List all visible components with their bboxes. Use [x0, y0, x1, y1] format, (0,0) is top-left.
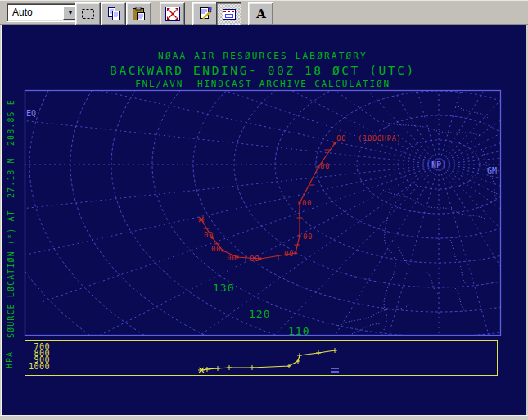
plot-title-line3: FNL/AVN HINDCAST ARCHIVE CALCULATIØN	[135, 79, 390, 89]
meridian-label: 110	[288, 325, 309, 337]
meridian-line	[2, 165, 439, 212]
meridian-line	[88, 25, 439, 165]
meridian-label: 130	[213, 282, 234, 294]
day-label: 00	[302, 199, 312, 207]
paste-icon	[130, 5, 148, 23]
profile-line	[201, 350, 335, 370]
selection-rectangle-icon	[79, 5, 97, 23]
letter-a-icon: A	[252, 5, 270, 23]
plot-title-line2: BACKWARD ENDING- 00Z 18 ØCT (UTC)	[110, 64, 416, 77]
meridian-line	[282, 25, 439, 165]
profile-plus-marker	[215, 366, 220, 371]
meridian-labels: 130120110	[213, 282, 309, 337]
profile-plus-marker	[316, 350, 321, 355]
panels-toggle-button[interactable]	[216, 2, 241, 25]
day-point-marker	[295, 252, 297, 255]
meridian-line	[439, 165, 526, 415]
meridian-line	[359, 165, 439, 415]
meridian-line	[439, 25, 526, 165]
meridian-line	[439, 165, 526, 341]
plot-title-line1: NØAA AIR RESØURCES LABØRATØRY	[158, 51, 368, 61]
fit-to-window-button[interactable]	[160, 2, 185, 25]
meridian-line	[439, 117, 526, 165]
profile-plus-marker	[250, 365, 255, 370]
select-region-button[interactable]	[75, 2, 101, 25]
paste-button[interactable]	[126, 2, 151, 25]
day-label: 00	[250, 255, 259, 263]
meridian-line	[439, 27, 526, 165]
greenwich-label: GM	[487, 166, 497, 175]
copy-icon	[105, 5, 123, 23]
expand-arrows-icon	[164, 5, 182, 23]
profile-plus-marker	[205, 367, 210, 372]
meridian-line	[439, 70, 526, 165]
day-point-marker	[299, 202, 301, 205]
day-label: 00	[284, 250, 294, 258]
viewer-window: Auto ▼	[0, 0, 528, 420]
trajectory-line	[201, 143, 335, 259]
profile-plus-marker	[287, 364, 291, 368]
source-star-marker	[198, 217, 205, 222]
equator-label: EQ	[26, 109, 36, 118]
copy-button[interactable]	[101, 2, 126, 25]
day-label: 00	[320, 162, 330, 170]
meridian-line	[439, 165, 518, 415]
pressure-level-label: 1000	[29, 362, 50, 371]
toolbar: Auto ▼	[0, 0, 528, 25]
day-label: 00	[336, 134, 346, 142]
meridian-line	[439, 165, 526, 212]
meridian-line	[439, 165, 526, 259]
meridian-line	[439, 165, 526, 375]
equals-symbol	[331, 368, 339, 372]
profile-plus-marker	[296, 359, 300, 364]
meridian-line	[210, 25, 439, 165]
profile-plus-marker	[332, 348, 337, 353]
zoom-mode-value: Auto	[12, 7, 33, 18]
meridian-line	[144, 25, 439, 165]
meridian-line	[439, 165, 526, 403]
properties-button[interactable]	[192, 2, 218, 25]
meridian-line	[210, 165, 439, 403]
day-label: 00	[303, 233, 313, 241]
source-location-label: SØURCE LØCATIØN (*) AT 27.18 N 208.85 E	[7, 99, 16, 338]
profile-star-marker	[198, 368, 205, 373]
pressure-axis-label: HPA	[5, 351, 14, 368]
trajectory-plot: NØAA AIR RESØURCES LABØRATØRY BACKWARD E…	[2, 25, 526, 415]
window-bottom-edge	[0, 415, 528, 420]
meridian-line	[439, 25, 518, 165]
day-label: 00	[204, 231, 214, 239]
day-label: 00	[211, 245, 221, 253]
profile-plus-marker	[297, 353, 302, 358]
pressure-panel-frame	[25, 341, 498, 376]
north-pole-label: NP	[431, 160, 441, 169]
meridian-line	[144, 165, 439, 375]
meridian-line	[42, 165, 439, 302]
plot-canvas: NØAA AIR RESØURCES LABØRATØRY BACKWARD E…	[2, 25, 526, 415]
font-button[interactable]: A	[248, 2, 273, 25]
page-properties-icon	[196, 5, 214, 23]
meridian-line	[439, 165, 526, 302]
day-point-marker	[299, 235, 301, 237]
day-point-marker	[222, 250, 224, 252]
window-panel-icon	[220, 5, 238, 23]
trajectory-path: 000000000000000000(1000HPA)	[198, 134, 401, 263]
zoom-mode-combobox[interactable]: Auto ▼	[7, 3, 80, 22]
pressure-profile	[198, 348, 339, 373]
day-label: 00	[227, 254, 237, 262]
meridian-line	[8, 165, 439, 259]
meridian-line	[42, 27, 439, 165]
start-pressure-annotation: (1000HPA)	[358, 134, 401, 142]
svg-text:A: A	[255, 7, 266, 21]
meridian-label: 120	[249, 308, 270, 320]
profile-plus-marker	[227, 365, 232, 370]
pressure-level-labels: 7008009001000	[29, 342, 50, 371]
